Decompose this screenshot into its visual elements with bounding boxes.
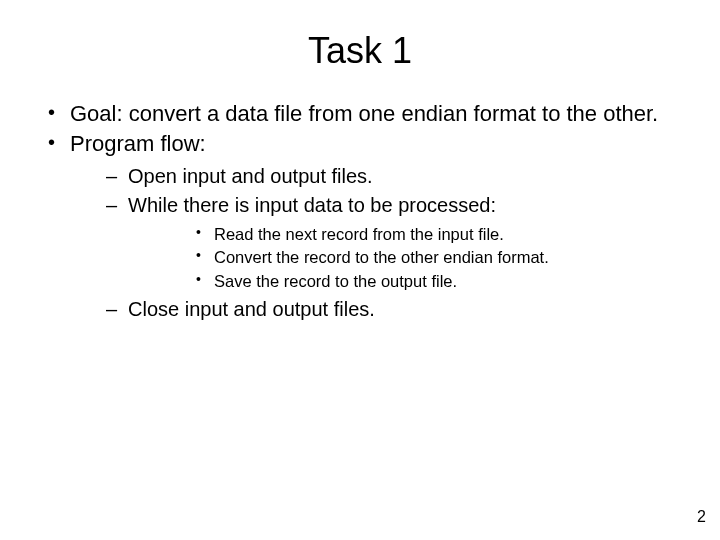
list-item: While there is input data to be processe… [70,192,680,292]
bullet-list-level2: Open input and output files. While there… [70,163,680,323]
bullet-list-level1: Goal: convert a data file from one endia… [40,100,680,323]
list-item: Open input and output files. [70,163,680,190]
list-item: Goal: convert a data file from one endia… [40,100,680,128]
slide-title: Task 1 [40,30,680,72]
list-item-text: While there is input data to be processe… [128,194,496,216]
list-item: Read the next record from the input file… [128,223,680,245]
list-item: Program flow: Open input and output file… [40,130,680,323]
page-number: 2 [697,508,706,526]
list-item: Convert the record to the other endian f… [128,246,680,268]
list-item-text: Program flow: [70,131,206,156]
list-item: Save the record to the output file. [128,270,680,292]
list-item: Close input and output files. [70,296,680,323]
bullet-list-level3: Read the next record from the input file… [128,223,680,292]
